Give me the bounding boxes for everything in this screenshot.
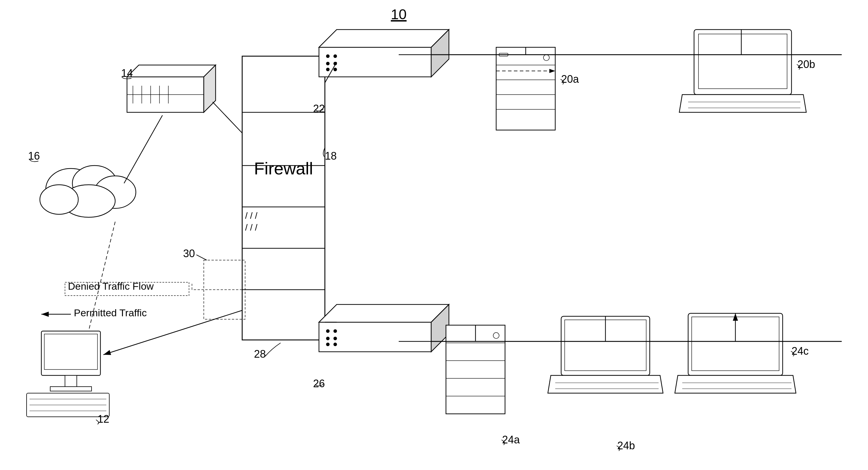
label-28-line [265,343,281,356]
svg-point-39 [334,343,337,346]
label-30: 30 [183,247,195,260]
label-18: 18 [325,150,337,162]
computer-12 [27,331,109,417]
svg-point-28 [334,54,337,58]
svg-point-27 [326,68,330,71]
svg-point-25 [326,54,330,58]
router-14 [127,65,216,112]
label-26: 26 [313,378,325,390]
svg-marker-49 [679,95,806,112]
svg-rect-15 [44,334,97,370]
svg-rect-17 [50,387,92,391]
svg-marker-23 [319,30,449,47]
firewall-label: Firewall [254,159,313,178]
svg-point-34 [326,329,330,333]
router14-to-fw [213,102,242,133]
server-20a [496,47,555,130]
svg-marker-65 [675,375,796,393]
svg-rect-48 [699,34,787,89]
svg-rect-16 [65,375,77,387]
svg-point-13 [40,185,78,214]
svg-point-26 [326,62,330,65]
svg-point-30 [334,68,337,71]
laptop-20b [679,30,806,112]
slash-marks-2: / / / [245,223,257,232]
svg-rect-40 [496,47,555,130]
slash-marks: / / / [245,211,257,221]
label-14: 14 [121,67,133,79]
label-22: 22 [313,102,325,115]
cloud-16 [40,166,136,217]
router14-to-cloud [124,115,162,183]
label-30-line [196,255,207,260]
label-12: 12 [97,413,109,425]
network-diagram-svg: 10 Firewall / / / / / / [0,0,868,470]
label-28: 28 [254,348,266,360]
svg-marker-60 [548,375,663,393]
permitted-traffic-label: Permitted Traffic [74,307,147,318]
svg-marker-1 [127,65,216,77]
svg-point-36 [326,343,330,346]
svg-point-37 [334,329,337,333]
svg-marker-32 [319,304,449,322]
firewall-rect [242,56,325,340]
svg-point-38 [334,337,337,340]
diagram-container: 10 Firewall / / / / / / [0,0,868,470]
diagram-title: 10 [391,6,406,22]
svg-point-35 [326,337,330,340]
switch-22 [319,30,449,77]
switch-26 [319,304,449,352]
